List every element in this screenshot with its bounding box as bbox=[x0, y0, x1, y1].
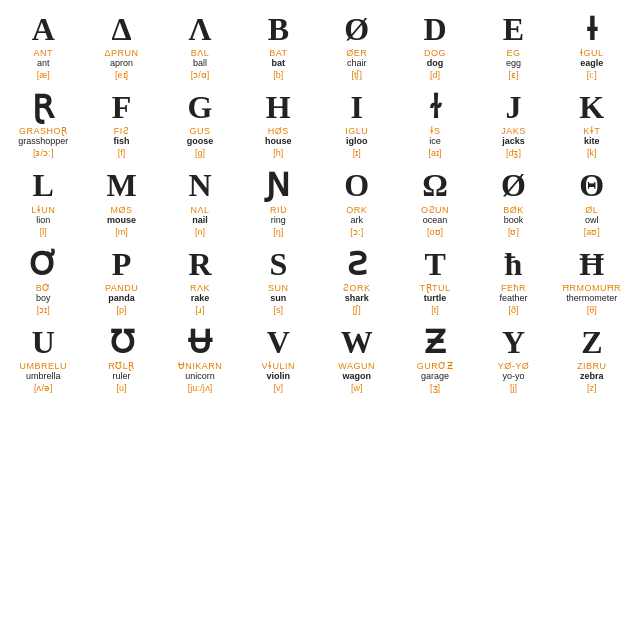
big-letter: T bbox=[424, 247, 445, 282]
word-lowercase: ocean bbox=[423, 215, 448, 225]
word-uppercase: RIƲ bbox=[270, 205, 287, 215]
letter-cell: NNΛLnail[n] bbox=[161, 164, 239, 240]
letter-cell: PPANDUpanda[p] bbox=[82, 243, 160, 319]
big-letter: G bbox=[187, 90, 212, 125]
word-lowercase: yo-yo bbox=[502, 371, 524, 381]
big-letter: S bbox=[269, 247, 287, 282]
phonetic-symbol: [aʊ] bbox=[584, 227, 600, 237]
letter-cell: ƧƧORKshark[ʃ] bbox=[318, 243, 396, 319]
word-lowercase: feather bbox=[499, 293, 527, 303]
letter-cell: VVɫULINviolin[v] bbox=[239, 321, 317, 397]
phonetic-symbol: [d] bbox=[430, 70, 440, 80]
big-letter: H bbox=[266, 90, 291, 125]
big-letter: P bbox=[112, 247, 132, 282]
letter-cell: ƵGURƠƵgarage[ʒ] bbox=[396, 321, 474, 397]
letter-cell: ɫɫSice[aɪ] bbox=[396, 86, 474, 162]
word-lowercase: turtle bbox=[424, 293, 447, 303]
word-uppercase: OƧUN bbox=[421, 205, 449, 215]
phonetic-symbol: [ʒ] bbox=[430, 383, 440, 393]
phonetic-symbol: [eɪ] bbox=[115, 70, 128, 80]
word-uppercase: KɫT bbox=[583, 126, 600, 136]
word-uppercase: NΛL bbox=[190, 205, 209, 215]
phonetic-symbol: [b] bbox=[273, 70, 283, 80]
word-uppercase: ƗGUL bbox=[580, 48, 604, 58]
word-lowercase: apron bbox=[110, 58, 133, 68]
phonetic-symbol: [ɔɪ] bbox=[37, 305, 50, 315]
word-lowercase: fish bbox=[114, 136, 130, 146]
word-lowercase: book bbox=[504, 215, 524, 225]
word-uppercase: HØS bbox=[268, 126, 289, 136]
big-letter: R bbox=[188, 247, 211, 282]
letter-cell: ɄɄNIKARNunicorn[juː/jʌ] bbox=[161, 321, 239, 397]
word-uppercase: SUN bbox=[268, 283, 289, 293]
phonetic-symbol: [dʒ] bbox=[506, 148, 521, 158]
big-letter: J bbox=[505, 90, 521, 125]
big-letter: O bbox=[344, 168, 369, 203]
word-lowercase: ant bbox=[37, 58, 50, 68]
big-letter: D bbox=[424, 12, 447, 47]
word-lowercase: umbrella bbox=[26, 371, 61, 381]
word-uppercase: GUS bbox=[189, 126, 210, 136]
word-lowercase: ring bbox=[271, 215, 286, 225]
word-lowercase: garage bbox=[421, 371, 449, 381]
big-letter: L bbox=[33, 168, 54, 203]
word-uppercase: BØK bbox=[503, 205, 524, 215]
word-uppercase: ɄNIKARN bbox=[178, 361, 223, 371]
word-lowercase: rake bbox=[191, 293, 210, 303]
word-uppercase: FEħR bbox=[501, 283, 526, 293]
phonetic-symbol: [ɹ] bbox=[195, 305, 204, 315]
letter-cell: ħFEħRfeather[ð] bbox=[474, 243, 552, 319]
phonetic-symbol: [m] bbox=[115, 227, 128, 237]
phonetic-symbol: [ð] bbox=[508, 305, 518, 315]
letter-cell: ØØERchair[tʃ] bbox=[318, 8, 396, 84]
phonetic-symbol: [s] bbox=[274, 305, 284, 315]
big-letter: E bbox=[503, 12, 524, 47]
big-letter: A bbox=[32, 12, 55, 47]
phonetic-symbol: [p] bbox=[117, 305, 127, 315]
phonetic-symbol: [w] bbox=[351, 383, 363, 393]
word-lowercase: lion bbox=[36, 215, 50, 225]
phonetic-symbol: [ɔː] bbox=[350, 227, 363, 237]
word-lowercase: unicorn bbox=[185, 371, 215, 381]
big-letter: Λ bbox=[188, 12, 211, 47]
word-lowercase: eagle bbox=[580, 58, 603, 68]
word-lowercase: grasshopper bbox=[18, 136, 68, 146]
big-letter: N bbox=[188, 168, 211, 203]
phonetic-symbol: [k] bbox=[587, 148, 597, 158]
letter-cell: GGUSgoose[g] bbox=[161, 86, 239, 162]
big-letter: W bbox=[341, 325, 373, 360]
big-letter: K bbox=[579, 90, 604, 125]
word-lowercase: bat bbox=[272, 58, 286, 68]
letter-cell: ƝRIƲring[ŋ] bbox=[239, 164, 317, 240]
phonetic-symbol: [v] bbox=[274, 383, 284, 393]
word-uppercase: LɫUN bbox=[31, 205, 55, 215]
word-lowercase: nail bbox=[192, 215, 208, 225]
word-uppercase: RΛK bbox=[190, 283, 210, 293]
big-letter: I bbox=[350, 90, 362, 125]
big-letter: Ω bbox=[422, 168, 448, 203]
word-lowercase: goose bbox=[187, 136, 214, 146]
word-uppercase: PANDU bbox=[105, 283, 138, 293]
letter-cell: UUMBRELUumbrella[ʌ/ə] bbox=[4, 321, 82, 397]
letter-cell: DDOGdog[d] bbox=[396, 8, 474, 84]
letter-cell: ĦĦRMOMUĦRthermometer[θ] bbox=[553, 243, 631, 319]
letter-cell: ƗƗGULeagle[iː] bbox=[553, 8, 631, 84]
big-letter: Ɲ bbox=[266, 168, 290, 203]
word-lowercase: kite bbox=[584, 136, 600, 146]
big-letter: Ƶ bbox=[424, 325, 446, 360]
phonetic-symbol: [tʃ] bbox=[351, 70, 362, 80]
big-letter: ɫ bbox=[429, 90, 442, 125]
letter-cell: ΔΔPRUNapron[eɪ] bbox=[82, 8, 160, 84]
alphabet-grid: AANTant[æ]ΔΔPRUNapron[eɪ]ΛBΛLball[ɔ/ɑ]BB… bbox=[4, 8, 631, 397]
letter-cell: SSUNsun[s] bbox=[239, 243, 317, 319]
word-lowercase: owl bbox=[585, 215, 599, 225]
phonetic-symbol: [g] bbox=[195, 148, 205, 158]
word-uppercase: ØER bbox=[346, 48, 367, 58]
word-uppercase: IGLU bbox=[345, 126, 368, 136]
word-lowercase: mouse bbox=[107, 215, 136, 225]
word-uppercase: MØS bbox=[111, 205, 133, 215]
big-letter: Y bbox=[502, 325, 525, 360]
letter-cell: AANTant[æ] bbox=[4, 8, 82, 84]
word-uppercase: WAGUN bbox=[338, 361, 375, 371]
word-lowercase: ruler bbox=[113, 371, 131, 381]
